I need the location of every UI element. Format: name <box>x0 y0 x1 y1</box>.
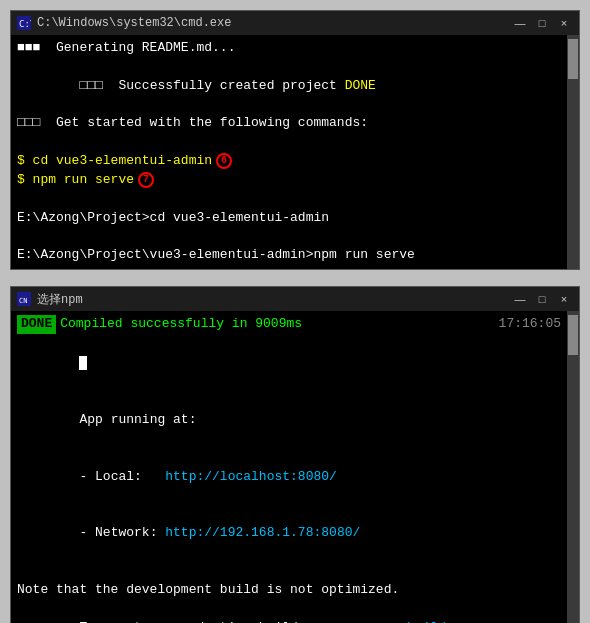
close-btn-1[interactable]: × <box>555 15 573 31</box>
badge-6: 6 <box>216 153 232 169</box>
term-exec-2: E:\Azong\Project\vue3-elementui-admin>np… <box>17 246 561 265</box>
app-running-line: App running at: <box>17 393 561 450</box>
cmd-window: C:\ C:\Windows\system32\cmd.exe — □ × ■■… <box>10 10 580 270</box>
timestamp: 17:16:05 <box>499 315 561 334</box>
titlebar-2: CN 选择npm — □ × <box>11 287 579 311</box>
minimize-btn-1[interactable]: — <box>511 15 529 31</box>
window-controls-2: — □ × <box>511 291 573 307</box>
blank-line-note <box>17 562 561 581</box>
cursor-line <box>17 336 561 393</box>
window-controls-1: — □ × <box>511 15 573 31</box>
npm-icon: CN <box>17 292 31 306</box>
cmd-icon: C:\ <box>17 16 31 30</box>
done-badge: DONE <box>17 315 56 334</box>
term-exec-1: E:\Azong\Project>cd vue3-elementui-admin <box>17 209 561 228</box>
term-blank-3 <box>17 227 561 246</box>
project-name: DONE <box>345 78 376 93</box>
badge-7: 7 <box>138 172 154 188</box>
term-line-1: ■■■ Generating README.md... <box>17 39 561 58</box>
titlebar-1: C:\ C:\Windows\system32\cmd.exe — □ × <box>11 11 579 35</box>
terminal-content-1: ■■■ Generating README.md... □□□ Successf… <box>11 35 567 269</box>
svg-text:C:\: C:\ <box>19 19 31 29</box>
term-blank-1 <box>17 133 561 152</box>
window2-title: 选择npm <box>37 291 505 308</box>
note-line-2: To create a production build, run npm ru… <box>17 600 561 623</box>
term-line-3: □□□ Get started with the following comma… <box>17 114 561 133</box>
note-line-1: Note that the development build is not o… <box>17 581 561 600</box>
note-cmd: npm run build <box>345 620 446 623</box>
maximize-btn-2[interactable]: □ <box>533 291 551 307</box>
scrollbar-thumb-1 <box>568 39 578 79</box>
done-line: DONE Compiled successfully in 9009ms 17:… <box>17 315 561 334</box>
local-url: http://localhost:8080/ <box>165 469 337 484</box>
window1-title: C:\Windows\system32\cmd.exe <box>37 16 505 30</box>
terminal-body-1: ■■■ Generating README.md... □□□ Successf… <box>11 35 579 269</box>
minimize-btn-2[interactable]: — <box>511 291 529 307</box>
term-cmd-1: $ cd vue3-elementui-admin 6 <box>17 152 561 171</box>
done-left: DONE Compiled successfully in 9009ms <box>17 315 302 334</box>
network-url: http://192.168.1.78:8080/ <box>165 525 360 540</box>
term-blank-2 <box>17 190 561 209</box>
scrollbar-1[interactable] <box>567 35 579 269</box>
npm-window: CN 选择npm — □ × DONE Compiled successfull… <box>10 286 580 623</box>
maximize-btn-1[interactable]: □ <box>533 15 551 31</box>
term-cmd-2: $ npm run serve 7 <box>17 171 561 190</box>
scrollbar-thumb-2 <box>568 315 578 355</box>
terminal-cursor <box>79 356 87 370</box>
scrollbar-2[interactable] <box>567 311 579 623</box>
network-line: - Network: http://192.168.1.78:8080/ <box>17 506 561 563</box>
close-btn-2[interactable]: × <box>555 291 573 307</box>
terminal-content-2: DONE Compiled successfully in 9009ms 17:… <box>11 311 567 623</box>
local-line: - Local: http://localhost:8080/ <box>17 449 561 506</box>
terminal-body-2: DONE Compiled successfully in 9009ms 17:… <box>11 311 579 623</box>
done-text: Compiled successfully in 9009ms <box>60 315 302 334</box>
term-line-2: □□□ Successfully created project DONE <box>17 58 561 115</box>
svg-text:CN: CN <box>19 297 27 305</box>
